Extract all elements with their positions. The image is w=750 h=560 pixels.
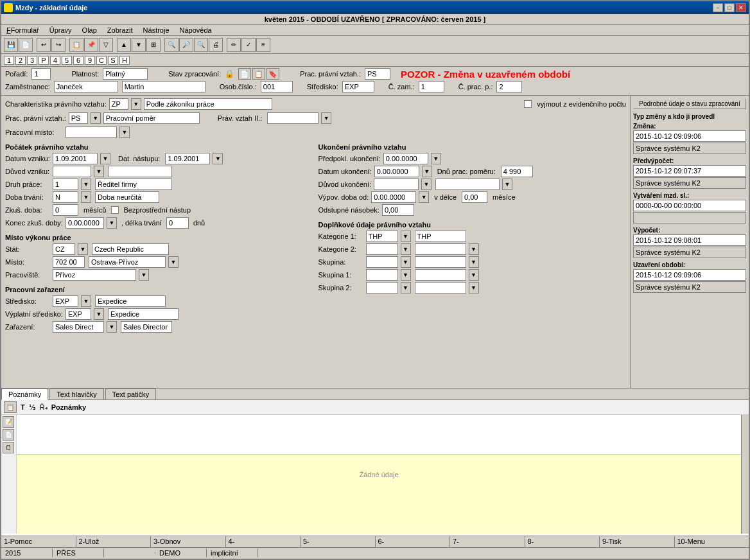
notes-btn2[interactable]: 📄	[3, 429, 14, 441]
bezprostredni-checkbox[interactable]	[111, 206, 119, 214]
stat-input[interactable]	[53, 243, 75, 255]
notes-btn1[interactable]: 📝	[3, 416, 14, 428]
tb-print[interactable]: 🖨	[209, 38, 223, 52]
tb-check[interactable]: ✓	[241, 38, 256, 52]
skupina-input[interactable]	[366, 256, 398, 268]
menu-napoveda[interactable]: Nápověda	[177, 26, 214, 35]
zarazeni-input[interactable]	[53, 321, 104, 333]
doba-trvani-dd[interactable]: ▼	[81, 191, 91, 203]
kategorie1-input[interactable]	[366, 231, 398, 242]
konec-zkus-input[interactable]	[65, 217, 104, 229]
tb-search3[interactable]: 🔍	[194, 38, 208, 52]
misto-text[interactable]	[89, 256, 166, 268]
status-f9[interactable]: 9-Tisk	[600, 536, 675, 547]
vypov-doba-input[interactable]	[371, 191, 416, 203]
duvod-ukonceni-text[interactable]	[435, 179, 500, 190]
skupina1-dd2[interactable]: ▼	[469, 269, 479, 281]
cprac-input[interactable]	[496, 81, 522, 92]
stav-btn1[interactable]: 📄	[238, 68, 251, 80]
nav-2[interactable]: 2	[15, 56, 26, 65]
prac-pravni-dd[interactable]: ▼	[91, 112, 101, 124]
tb-up[interactable]: ▲	[117, 38, 131, 52]
tb-edit[interactable]: ✏	[227, 38, 241, 52]
status-f4[interactable]: 4-	[226, 536, 301, 547]
vyplatni-text[interactable]	[108, 308, 179, 320]
tb-search[interactable]: 🔍	[164, 38, 179, 52]
menu-zobrazit[interactable]: Zobrazit	[105, 26, 135, 35]
status-f6[interactable]: 6-	[376, 536, 451, 547]
duvod-vzniku-text[interactable]	[108, 166, 172, 177]
duvod-vzniku-input[interactable]	[53, 166, 91, 177]
status-f10[interactable]: 10-Menu	[675, 536, 749, 547]
uzavreni-date[interactable]	[633, 269, 746, 281]
predpokl-dd[interactable]: ▼	[431, 153, 441, 164]
tb-down[interactable]: ▼	[132, 38, 146, 52]
prac-pravni-text[interactable]	[103, 112, 200, 124]
zarazeni-dd[interactable]: ▼	[107, 321, 117, 333]
tb-new[interactable]: 📄	[19, 38, 33, 52]
skupina1-input[interactable]	[366, 269, 398, 281]
skupina2-input[interactable]	[366, 282, 398, 293]
char-pravni-input[interactable]	[109, 98, 128, 110]
doba-trvani-input[interactable]	[53, 191, 78, 203]
druh-prace-input[interactable]	[53, 179, 78, 190]
nav-p[interactable]: P	[39, 56, 49, 65]
menu-formular[interactable]: FFormulář	[4, 26, 42, 35]
status-f2[interactable]: 2-Ulož	[76, 536, 152, 547]
skupina1-text[interactable]	[415, 269, 466, 281]
tb-redo[interactable]: ↪	[51, 38, 65, 52]
skupina-dd[interactable]: ▼	[401, 256, 411, 268]
stat-text[interactable]	[92, 243, 169, 255]
status-f7[interactable]: 7-	[450, 536, 525, 547]
kategorie1-text[interactable]	[415, 231, 466, 242]
kategorie2-dd[interactable]: ▼	[401, 243, 411, 255]
stav-btn3[interactable]: 🔖	[266, 68, 279, 80]
nav-6[interactable]: 6	[73, 56, 83, 65]
pracoviste-input[interactable]	[53, 269, 136, 281]
stredisko-input[interactable]	[53, 295, 78, 307]
stat-dd[interactable]: ▼	[78, 243, 88, 255]
nav-9[interactable]: 9	[85, 56, 95, 65]
prac-pravni-hdr-input[interactable]	[365, 68, 390, 80]
status-f3[interactable]: 3-Obnov	[151, 536, 226, 547]
odstupne-input[interactable]	[382, 204, 414, 216]
menu-upravy[interactable]: Úpravy	[47, 26, 74, 35]
tb-save[interactable]: 💾	[4, 38, 18, 52]
tab-text-hlavicky[interactable]: Text hlavičky	[49, 389, 103, 399]
skupina2-dd2[interactable]: ▼	[469, 282, 479, 293]
minimize-button[interactable]: −	[713, 3, 723, 12]
vyjmout-checkbox[interactable]	[524, 100, 532, 108]
platnost-input[interactable]	[103, 68, 148, 80]
skupina2-dd[interactable]: ▼	[401, 282, 411, 293]
tab-text-paticky[interactable]: Text patičky	[105, 389, 156, 399]
kategorie2-dd2[interactable]: ▼	[469, 243, 479, 255]
stav-btn2[interactable]: 📋	[252, 68, 265, 80]
vypocet-date[interactable]	[633, 234, 746, 246]
nav-5[interactable]: 5	[62, 56, 72, 65]
predvypocet-date[interactable]	[633, 165, 746, 177]
zamestnanec-lname-input[interactable]	[122, 81, 205, 92]
nav-4[interactable]: 4	[50, 56, 60, 65]
tb-filter[interactable]: ▽	[99, 38, 113, 52]
druh-prace-text[interactable]	[95, 179, 172, 190]
prac-misto-dd[interactable]: ▼	[119, 127, 130, 138]
notes-btn3[interactable]: 🗒	[3, 442, 14, 453]
nav-h[interactable]: H	[119, 56, 130, 65]
skupina2-text[interactable]	[415, 282, 466, 293]
close-button[interactable]: ✕	[736, 3, 746, 12]
poradi-input[interactable]	[31, 68, 51, 80]
prav-vztah-dd[interactable]: ▼	[321, 112, 331, 124]
notes-scrollbar[interactable]	[741, 415, 749, 534]
stredisko-dd[interactable]: ▼	[81, 295, 91, 307]
misto-input[interactable]	[53, 256, 85, 268]
nav-c[interactable]: C	[96, 56, 107, 65]
status-f8[interactable]: 8-	[525, 536, 600, 547]
menu-nastroje[interactable]: Nástroje	[141, 26, 172, 35]
druh-prace-dd[interactable]: ▼	[81, 179, 91, 190]
tb-undo[interactable]: ↩	[37, 38, 51, 52]
vyplatni-dd[interactable]: ▼	[94, 308, 104, 320]
pracoviste-dd[interactable]: ▼	[139, 269, 149, 281]
datum-vzniku-dd[interactable]: ▼	[100, 153, 110, 164]
datum-ukonceni-dd[interactable]: ▼	[422, 166, 432, 177]
nav-s[interactable]: S	[108, 56, 118, 65]
